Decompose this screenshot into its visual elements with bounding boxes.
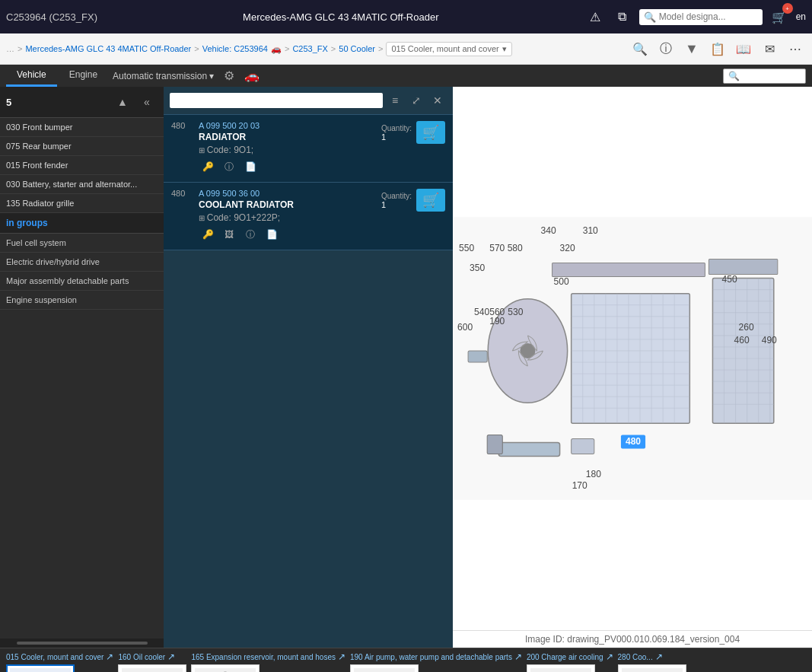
- sidebar-header: 5 ▲ «: [0, 87, 164, 118]
- breadcrumb-cooler[interactable]: 50 Cooler: [339, 44, 375, 53]
- tab-vehicle[interactable]: Vehicle: [6, 65, 57, 87]
- qty-value-1: 1: [381, 132, 412, 142]
- sidebar-item-front-bumper[interactable]: 030 Front bumper: [0, 118, 164, 137]
- table-icon-2: ⊞: [199, 214, 205, 222]
- tab-vehicles-icon[interactable]: 🚗: [241, 65, 263, 87]
- part-key-icon-1[interactable]: 🔑: [199, 158, 217, 176]
- tab-auto-transmission-btn[interactable]: Automatic transmission ▾: [110, 66, 217, 86]
- sidebar-group-fuel-cell[interactable]: Fuel cell system: [0, 234, 164, 253]
- breadcrumb-vehicle[interactable]: Mercedes-AMG GLC 43 4MATIC Off-Roader: [25, 44, 191, 53]
- parts-fullscreen-btn[interactable]: ⤢: [407, 91, 425, 110]
- svg-text:480: 480: [626, 436, 641, 447]
- part-image-icon-2[interactable]: 🖼: [220, 225, 238, 244]
- thumb-external-link-icon-1: ↗: [167, 651, 175, 662]
- cart-button[interactable]: 🛒 +: [769, 6, 790, 27]
- tab-bar: Vehicle Engine Automatic transmission ▾ …: [0, 65, 812, 87]
- part-action-icons-2: 🔑 🖼 ⓘ 📄: [199, 225, 377, 244]
- thumb-item-1[interactable]: 160 Oil cooler ↗: [118, 651, 186, 672]
- thumb-img-0[interactable]: [6, 664, 75, 672]
- part-code-block-1: A 099 500 20 03 RADIATOR ⊞ Code: 9O1; 🔑 …: [194, 121, 381, 176]
- zoom-in-button[interactable]: 🔍: [629, 38, 651, 59]
- table-icon-1: ⊞: [199, 146, 205, 154]
- tab-engine[interactable]: Engine: [59, 65, 108, 87]
- sidebar-scroll-area: 030 Front bumper 075 Rear bumper 015 Fro…: [0, 118, 164, 639]
- sidebar-item-rear-bumper[interactable]: 075 Rear bumper: [0, 137, 164, 156]
- language-selector[interactable]: en: [796, 11, 806, 22]
- sidebar-item-radiator-grille[interactable]: 135 Radiator grille: [0, 194, 164, 213]
- breadcrumb-fx[interactable]: C253_FX: [292, 44, 327, 53]
- diagram-image[interactable]: 480 340 310 570 580 550 320 350 500 540 …: [453, 87, 812, 630]
- sidebar-group-major-assembly[interactable]: Major assembly detachable parts: [0, 272, 164, 291]
- thumb-item-4[interactable]: 200 Charge air cooling ↗: [527, 651, 613, 672]
- part-details-2: ⊞ Code: 9O1+222P;: [199, 212, 377, 223]
- part-doc-icon-2[interactable]: 📄: [263, 225, 281, 244]
- thumb-item-0[interactable]: 015 Cooler, mount and cover ↗: [6, 651, 113, 672]
- add-to-cart-btn-2[interactable]: 🛒: [416, 189, 445, 212]
- tab-settings-icon[interactable]: ⚙: [218, 65, 240, 87]
- filter-button[interactable]: ▼: [681, 38, 702, 59]
- thumb-img-5[interactable]: [618, 664, 686, 672]
- sidebar-group-electric-drive[interactable]: Electric drive/hybrid drive: [0, 253, 164, 272]
- thumb-img-1[interactable]: [118, 664, 186, 672]
- thumb-item-3[interactable]: 190 Air pump, water pump and detachable …: [350, 651, 522, 672]
- part-item-coolant-radiator[interactable]: 480 A 099 500 36 00 COOLANT RADIATOR ⊞ C…: [164, 183, 453, 250]
- thumb-img-3[interactable]: [350, 664, 419, 672]
- model-search-input[interactable]: [659, 11, 758, 22]
- sidebar-header-icons: ▲ «: [112, 91, 158, 113]
- sidebar-item-front-fender[interactable]: 015 Front fender: [0, 156, 164, 175]
- sidebar-scrollbar[interactable]: [0, 639, 164, 648]
- svg-text:350: 350: [470, 263, 485, 273]
- report-button[interactable]: 📋: [707, 38, 728, 59]
- sidebar-collapse-left-btn[interactable]: «: [136, 91, 158, 113]
- thumb-img-2[interactable]: [191, 664, 260, 672]
- email-button[interactable]: ✉: [759, 38, 780, 59]
- svg-text:540: 540: [474, 307, 489, 317]
- add-to-cart-btn-1[interactable]: 🛒: [416, 121, 445, 144]
- info-button[interactable]: ⓘ: [655, 38, 677, 59]
- parts-panel: ≡ ⤢ ✕ 480 A 099 500 20 03 RADIATOR ⊞ Cod…: [164, 87, 453, 648]
- breadcrumb-c253964[interactable]: Vehicle: C253964: [202, 44, 268, 53]
- thumb-item-2[interactable]: 165 Expansion reservoir, mount and hoses…: [191, 651, 345, 672]
- svg-rect-88: [530, 668, 591, 672]
- search-icon: 🔍: [644, 11, 656, 23]
- thumb-label-5: 280 Coo... ↗: [618, 651, 663, 662]
- bookmark-button[interactable]: 📖: [733, 38, 754, 59]
- part-doc-icon-1[interactable]: 📄: [241, 158, 260, 176]
- part-info-icon-2[interactable]: ⓘ: [241, 225, 260, 244]
- part-details-1: ⊞ Code: 9O1;: [199, 145, 377, 155]
- thumb-img-4[interactable]: [527, 664, 595, 672]
- thumb-external-link-icon-0: ↗: [106, 651, 113, 662]
- vehicle-icon: 🚗: [271, 44, 282, 54]
- qty-label-2: Quantity:: [381, 192, 412, 200]
- warning-icon-btn[interactable]: ⚠: [584, 6, 606, 27]
- parts-list: 480 A 099 500 20 03 RADIATOR ⊞ Code: 9O1…: [164, 115, 453, 648]
- copy-icon-btn[interactable]: ⧉: [612, 6, 633, 27]
- sidebar-collapse-btn[interactable]: ▲: [112, 91, 133, 113]
- svg-text:600: 600: [457, 322, 473, 333]
- part-key-icon-2[interactable]: 🔑: [199, 225, 217, 244]
- thumb-item-5[interactable]: 280 Coo... ↗: [618, 651, 686, 672]
- sidebar-group-engine-suspension[interactable]: Engine suspension: [0, 291, 164, 310]
- parts-list-view-btn[interactable]: ≡: [386, 91, 404, 110]
- svg-rect-41: [709, 259, 777, 274]
- part-name-2: COOLANT RADIATOR: [199, 199, 377, 210]
- part-item-radiator[interactable]: 480 A 099 500 20 03 RADIATOR ⊞ Code: 9O1…: [164, 115, 453, 183]
- svg-rect-101: [622, 668, 683, 672]
- qty-block-1: Quantity: 1 🛒: [381, 121, 445, 144]
- thumb-label-0: 015 Cooler, mount and cover ↗: [6, 651, 113, 662]
- part-action-icons-1: 🔑 ⓘ 📄: [199, 158, 377, 176]
- tab-search-input[interactable]: [740, 71, 801, 81]
- breadcrumb-separator: …: [6, 44, 14, 53]
- part-pos-1: 480: [171, 121, 194, 130]
- more-button[interactable]: ⋯: [785, 38, 806, 59]
- parts-search-input[interactable]: [170, 93, 383, 108]
- parts-close-btn[interactable]: ✕: [428, 91, 447, 110]
- part-info-icon-1[interactable]: ⓘ: [220, 158, 238, 176]
- sidebar-item-battery[interactable]: 030 Battery, starter and alternator...: [0, 175, 164, 194]
- qty-label-1: Quantity:: [381, 124, 412, 132]
- qty-block-2: Quantity: 1 🛒: [381, 189, 445, 212]
- part-code-1: A 099 500 20 03: [199, 121, 377, 130]
- breadcrumb-toolbar: 🔍 ⓘ ▼ 📋 📖 ✉ ⋯: [629, 38, 806, 59]
- section-dropdown[interactable]: 015 Cooler, mount and cover ▾: [386, 42, 511, 56]
- thumb-label-4: 200 Charge air cooling ↗: [527, 651, 613, 662]
